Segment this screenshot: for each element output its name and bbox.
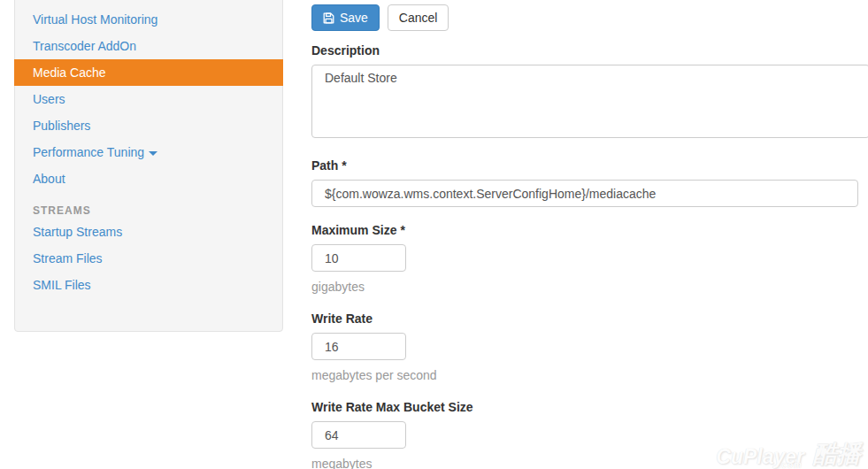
save-icon <box>323 12 334 24</box>
maximum-size-label: Maximum Size * <box>311 223 868 238</box>
maximum-size-unit-text: gigabytes <box>311 280 868 295</box>
required-asterisk: * <box>342 158 346 173</box>
chevron-down-icon <box>149 151 157 156</box>
cancel-button[interactable]: Cancel <box>388 4 449 31</box>
sidebar-item-performance-tuning[interactable]: Performance Tuning <box>15 139 282 165</box>
path-label-text: Path <box>311 158 338 173</box>
sidebar-item-stream-files[interactable]: Stream Files <box>15 245 282 272</box>
sidebar: Virtual Host Monitoring Transcoder AddOn… <box>14 0 283 332</box>
sidebar-item-media-cache[interactable]: Media Cache <box>14 59 283 86</box>
sidebar-item-transcoder-addon[interactable]: Transcoder AddOn <box>15 33 282 59</box>
write-rate-unit-text: megabytes per second <box>311 368 868 383</box>
sidebar-item-virtual-host-monitoring[interactable]: Virtual Host Monitoring <box>15 6 282 33</box>
description-label: Description <box>311 43 868 58</box>
sidebar-item-smil-files[interactable]: SMIL Files <box>15 272 282 298</box>
write-rate-max-bucket-size-input[interactable] <box>311 421 406 449</box>
path-label: Path * <box>311 158 868 173</box>
write-rate-max-bucket-size-label: Write Rate Max Bucket Size <box>311 400 868 415</box>
sidebar-item-users[interactable]: Users <box>15 86 282 112</box>
maximum-size-input[interactable] <box>311 244 406 272</box>
save-button-label: Save <box>340 11 368 25</box>
path-input[interactable] <box>311 180 858 207</box>
write-rate-input[interactable] <box>311 333 406 360</box>
sidebar-item-publishers[interactable]: Publishers <box>15 112 282 139</box>
write-rate-max-bucket-size-unit-text: megabytes <box>311 457 868 469</box>
sidebar-item-startup-streams[interactable]: Startup Streams <box>15 219 282 245</box>
sidebar-section-streams-header: STREAMS <box>15 203 282 219</box>
write-rate-label: Write Rate <box>311 311 868 327</box>
save-button[interactable]: Save <box>311 4 380 31</box>
required-asterisk: * <box>400 223 404 237</box>
media-cache-form: Save Cancel Description Default Store Pa… <box>311 0 868 469</box>
maximum-size-label-text: Maximum Size <box>311 223 396 237</box>
toolbar: Save Cancel <box>311 4 868 31</box>
description-textarea[interactable]: Default Store <box>311 65 868 138</box>
sidebar-item-label: Performance Tuning <box>33 145 144 159</box>
sidebar-item-about[interactable]: About <box>15 165 282 192</box>
